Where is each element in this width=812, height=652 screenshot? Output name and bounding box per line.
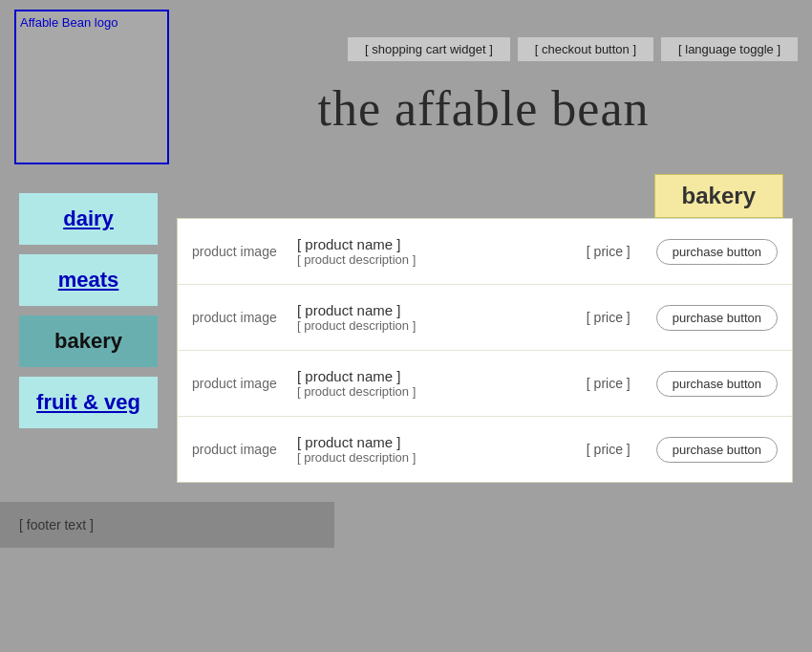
footer-text: [ footer text ] [19, 517, 94, 532]
product-name: [ product name ] [297, 434, 561, 450]
sidebar-item-meats[interactable]: meats [19, 254, 158, 306]
product-image: product image [192, 442, 288, 457]
footer: [ footer text ] [0, 502, 334, 548]
product-info: [ product name ] [ product description ] [297, 434, 561, 465]
table-row: product image [ product name ] [ product… [178, 285, 792, 351]
product-name: [ product name ] [297, 236, 561, 252]
header-nav: [ shopping cart widget ] [ checkout butt… [348, 37, 798, 61]
products-table: product image [ product name ] [ product… [177, 218, 793, 483]
header-center: [ shopping cart widget ] [ checkout butt… [169, 37, 798, 137]
product-image: product image [192, 244, 288, 259]
sidebar: dairy meats bakery fruit & veg [0, 174, 177, 483]
sidebar-item-bakery[interactable]: bakery [19, 315, 158, 367]
sidebar-item-fruit-veg[interactable]: fruit & veg [19, 377, 158, 428]
site-title: the affable bean [317, 80, 649, 137]
category-header-row: bakery [177, 174, 793, 218]
product-description: [ product description ] [297, 318, 561, 333]
table-row: product image [ product name ] [ product… [178, 351, 792, 417]
purchase-button[interactable]: purchase button [656, 305, 778, 331]
product-price: [ price ] [570, 310, 647, 325]
table-row: product image [ product name ] [ product… [178, 417, 792, 482]
shopping-cart-widget[interactable]: [ shopping cart widget ] [348, 37, 510, 61]
product-name: [ product name ] [297, 368, 561, 384]
product-image: product image [192, 376, 288, 391]
table-row: product image [ product name ] [ product… [178, 219, 792, 285]
product-name: [ product name ] [297, 302, 561, 318]
product-image: product image [192, 310, 288, 325]
sidebar-item-dairy[interactable]: dairy [19, 193, 158, 245]
category-section: bakery product image [ product name ] [ … [177, 174, 812, 483]
header: Affable Bean logo [ shopping cart widget… [0, 0, 812, 174]
product-price: [ price ] [570, 376, 647, 391]
purchase-button[interactable]: purchase button [656, 239, 778, 265]
product-description: [ product description ] [297, 252, 561, 267]
product-info: [ product name ] [ product description ] [297, 368, 561, 399]
product-info: [ product name ] [ product description ] [297, 236, 561, 267]
purchase-button[interactable]: purchase button [656, 371, 778, 397]
logo: Affable Bean logo [14, 10, 169, 164]
language-toggle[interactable]: [ language toggle ] [661, 37, 798, 61]
main-content: dairy meats bakery fruit & veg bakery pr… [0, 174, 812, 502]
logo-label: Affable Bean logo [20, 15, 118, 30]
product-info: [ product name ] [ product description ] [297, 302, 561, 333]
product-price: [ price ] [570, 244, 647, 259]
product-description: [ product description ] [297, 450, 561, 465]
purchase-button[interactable]: purchase button [656, 437, 778, 463]
category-badge: bakery [654, 174, 783, 218]
product-description: [ product description ] [297, 384, 561, 399]
product-price: [ price ] [570, 442, 647, 457]
checkout-button[interactable]: [ checkout button ] [518, 37, 653, 61]
